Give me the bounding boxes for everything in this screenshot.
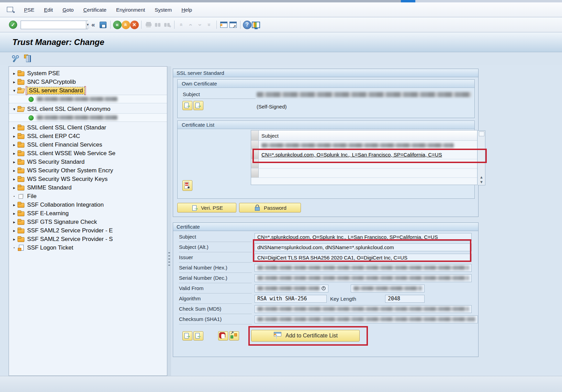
certificate-subject-text[interactable]: CN=*.splunkcloud.com, O=Splunk Inc., L=S… bbox=[259, 152, 445, 158]
enter-icon[interactable] bbox=[9, 21, 17, 29]
export-certificate-icon-button[interactable]: → bbox=[182, 101, 192, 110]
splitter-grip-icon[interactable] bbox=[168, 252, 170, 267]
certificate-list-row[interactable] bbox=[251, 141, 477, 150]
chevron-down-icon[interactable]: ▼ bbox=[86, 21, 89, 29]
import-certificate-icon-button[interactable]: → bbox=[182, 331, 192, 341]
tree-item[interactable]: SSL client Financial Services bbox=[9, 140, 167, 149]
row-selector[interactable] bbox=[251, 141, 259, 150]
valid-from-field[interactable] bbox=[255, 285, 328, 292]
toolbar-icon[interactable] bbox=[177, 20, 186, 29]
tree-item[interactable]: SSF E-Learning bbox=[9, 209, 167, 218]
tree-item[interactable]: WS Security Other System Encry bbox=[9, 166, 167, 175]
tree-item[interactable] bbox=[9, 95, 167, 103]
import-certificate-icon-button[interactable]: → bbox=[193, 101, 203, 110]
tree-item[interactable]: SSL client ERP C4C bbox=[9, 132, 167, 140]
valid-to-field[interactable] bbox=[351, 285, 425, 292]
expander-icon[interactable] bbox=[12, 160, 17, 164]
toolbar-icon[interactable] bbox=[240, 21, 240, 29]
tree-item[interactable]: WS Security WS Security Keys bbox=[9, 175, 167, 183]
tree-item[interactable]: SSF Collaboration Integration bbox=[9, 200, 167, 209]
tree-item[interactable]: WS Security Standard bbox=[9, 158, 167, 166]
tree-item[interactable]: System PSE bbox=[9, 69, 167, 78]
toolbar-icon[interactable] bbox=[174, 21, 175, 29]
toolbar-icon[interactable] bbox=[153, 20, 162, 29]
tree-item[interactable]: File bbox=[9, 192, 167, 200]
find-icon[interactable] bbox=[24, 55, 33, 63]
toolbar-icon[interactable] bbox=[113, 21, 122, 29]
toolbar-icon[interactable] bbox=[122, 21, 130, 29]
delete-certificate-icon-button[interactable] bbox=[182, 180, 192, 191]
toolbar-icon[interactable] bbox=[205, 20, 214, 29]
tree-item[interactable]: SNC SAPCryptolib bbox=[9, 78, 167, 86]
md5-field[interactable] bbox=[255, 305, 472, 313]
certificate-list-row[interactable]: CN=*.splunkcloud.com, O=Splunk Inc., L=S… bbox=[251, 150, 477, 159]
expander-icon[interactable] bbox=[12, 134, 17, 139]
toolbar-icon[interactable] bbox=[243, 21, 251, 29]
algorithm-field[interactable]: RSA with SHA-256 bbox=[255, 295, 327, 303]
toolbar-icon[interactable] bbox=[162, 20, 172, 29]
command-field[interactable]: ▼ bbox=[21, 21, 88, 29]
veri-pse-button[interactable]: → Veri. PSE bbox=[177, 203, 236, 212]
tree-item[interactable]: SSL server Standard bbox=[9, 86, 167, 95]
tree-item[interactable] bbox=[9, 113, 167, 122]
expander-icon[interactable] bbox=[12, 142, 17, 147]
panel-splitter[interactable] bbox=[167, 66, 171, 376]
expander-icon[interactable] bbox=[12, 185, 17, 190]
toolbar-icon[interactable] bbox=[228, 20, 238, 29]
tree-item[interactable]: SSL client SSL Client (Anonymo bbox=[9, 105, 167, 113]
expander-icon[interactable] bbox=[12, 88, 17, 93]
command-input[interactable] bbox=[21, 21, 86, 29]
toolbar-icon[interactable] bbox=[99, 20, 108, 29]
stop-hand-icon-button[interactable] bbox=[218, 331, 228, 341]
password-button[interactable]: Password bbox=[239, 203, 301, 212]
menu-item[interactable]: Certificate bbox=[78, 5, 111, 14]
expander-icon[interactable] bbox=[12, 228, 17, 233]
sha1-field[interactable] bbox=[255, 315, 478, 323]
expander-icon[interactable] bbox=[12, 203, 17, 207]
tree-item[interactable]: SSF SAML2 Service Provider - S bbox=[9, 235, 167, 243]
collapse-icon[interactable]: « bbox=[91, 21, 95, 28]
toolbar-icon[interactable] bbox=[130, 21, 139, 29]
toolbar-icon[interactable] bbox=[219, 20, 228, 29]
menu-item[interactable]: Goto bbox=[58, 5, 79, 14]
serial-dec-field[interactable] bbox=[255, 274, 472, 282]
expander-icon[interactable] bbox=[12, 220, 17, 224]
scroll-up-icon[interactable]: ▲ bbox=[480, 175, 483, 180]
expander-icon[interactable] bbox=[12, 125, 17, 130]
toolbar-icon[interactable] bbox=[195, 20, 205, 29]
scroll-down-icon[interactable]: ▼ bbox=[480, 180, 483, 184]
tree-item[interactable]: SMIME Standard bbox=[9, 183, 167, 192]
menu-item[interactable]: System bbox=[150, 5, 177, 14]
expander-icon[interactable] bbox=[12, 168, 17, 173]
toolbar-icon[interactable] bbox=[141, 21, 142, 29]
add-to-certificate-list-button[interactable]: ↑ Add to Certificate List bbox=[251, 330, 360, 342]
expander-icon[interactable] bbox=[12, 193, 17, 199]
row-selector[interactable] bbox=[251, 159, 259, 168]
certificate-list-column-header[interactable]: Subject bbox=[251, 130, 477, 141]
certificate-list-row[interactable] bbox=[251, 159, 477, 169]
toolbar-icon[interactable] bbox=[216, 21, 217, 29]
expander-icon[interactable] bbox=[12, 80, 17, 84]
expander-icon[interactable] bbox=[12, 211, 17, 216]
toolbar-icon[interactable] bbox=[110, 21, 111, 29]
tree-item[interactable]: SSF GTS Signature Check bbox=[9, 218, 167, 226]
system-menu-icon[interactable] bbox=[6, 6, 14, 13]
expander-icon[interactable] bbox=[12, 177, 17, 182]
menu-item[interactable]: Environment bbox=[111, 5, 150, 14]
row-selector[interactable] bbox=[251, 169, 259, 177]
row-selector[interactable] bbox=[251, 150, 259, 159]
certificate-list-row[interactable] bbox=[251, 169, 477, 178]
tree-item[interactable]: SSL client WSSE Web Service Se bbox=[9, 149, 167, 158]
key-length-field[interactable]: 2048 bbox=[385, 295, 425, 303]
expander-icon[interactable] bbox=[12, 107, 17, 112]
expander-icon[interactable] bbox=[12, 237, 17, 242]
toolbar-icon[interactable] bbox=[144, 20, 153, 29]
menu-item[interactable]: Edit bbox=[39, 5, 58, 14]
tree-item[interactable]: SSF Logon Ticket bbox=[9, 243, 167, 252]
tree-item[interactable]: SSF SAML2 Service Provider - E bbox=[9, 226, 167, 235]
export-certificate-icon-button[interactable]: ← bbox=[193, 331, 203, 341]
menu-item[interactable]: Help bbox=[177, 5, 197, 14]
subject-alt-field[interactable]: dNSName=splunkcloud.com, dNSName=*.splun… bbox=[255, 243, 472, 251]
menu-item[interactable]: PSE bbox=[19, 5, 39, 14]
certificate-list-scrollbar[interactable]: ▲ ▼ bbox=[478, 130, 485, 185]
